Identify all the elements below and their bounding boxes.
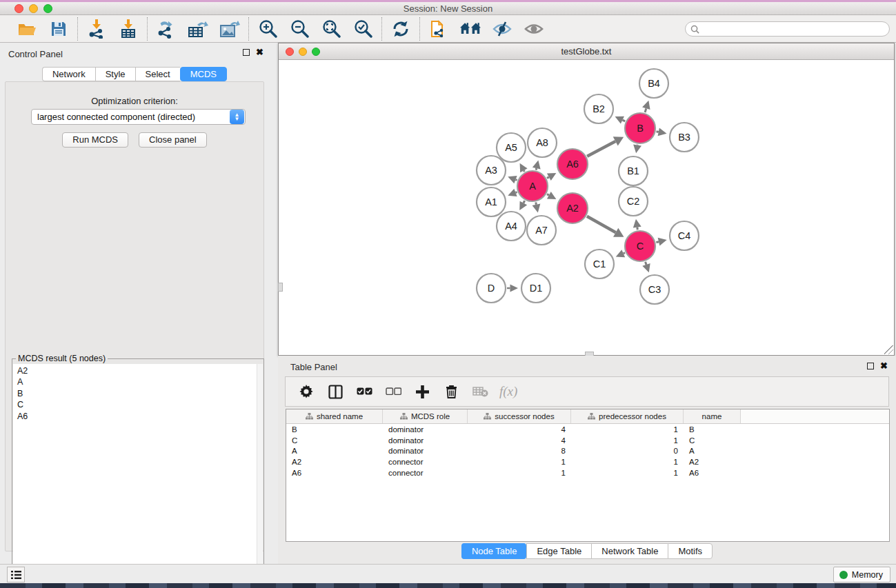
column-header-name[interactable]: name: [684, 409, 741, 423]
network-node-C4[interactable]: C4: [670, 221, 699, 250]
zoom-selected-icon[interactable]: [352, 19, 373, 39]
tab-mcds[interactable]: MCDS: [180, 67, 227, 81]
float-panel-icon[interactable]: [243, 49, 250, 56]
tab-motifs[interactable]: Motifs: [668, 543, 713, 559]
table-row[interactable]: A6connector11A6: [286, 467, 889, 478]
table-row[interactable]: A2connector11A2: [286, 456, 889, 467]
home-icon[interactable]: [460, 19, 481, 39]
table-cell[interactable]: dominator: [383, 447, 468, 455]
export-table-icon[interactable]: [188, 19, 208, 39]
show-eye-icon[interactable]: [524, 19, 544, 39]
refresh-icon[interactable]: [390, 19, 411, 39]
network-node-C3[interactable]: C3: [640, 275, 669, 304]
network-node-A[interactable]: A: [517, 171, 548, 201]
close-window-button[interactable]: [14, 4, 23, 13]
run-mcds-button[interactable]: Run MCDS: [62, 132, 128, 148]
minimize-window-button[interactable]: [29, 4, 38, 13]
mcds-result-item[interactable]: A6: [17, 411, 257, 422]
network-node-B1[interactable]: B1: [619, 156, 648, 185]
mcds-result-item[interactable]: C: [17, 399, 257, 410]
mcds-result-list[interactable]: A2ABCA6: [13, 364, 257, 588]
network-node-C2[interactable]: C2: [619, 187, 648, 216]
mcds-result-item[interactable]: B: [17, 388, 257, 399]
optimization-criterion-dropdown[interactable]: largest connected component (directed) ▲…: [31, 109, 246, 125]
network-edge-B-B3[interactable]: [657, 132, 659, 132]
table-cell[interactable]: 1: [571, 469, 684, 477]
network-edge-C-C4[interactable]: [656, 242, 659, 243]
network-edge-A-A7[interactable]: [536, 203, 537, 205]
deselect-all-icon[interactable]: [384, 382, 403, 401]
network-node-B2[interactable]: B2: [584, 94, 613, 123]
table-cell[interactable]: 4: [468, 436, 571, 445]
network-edge-C-C1[interactable]: [624, 253, 625, 254]
import-table-icon[interactable]: [118, 19, 139, 39]
delete-column-icon[interactable]: [441, 382, 461, 401]
table-cell[interactable]: A: [286, 447, 383, 455]
zoom-fit-icon[interactable]: [321, 19, 341, 39]
network-edge-A-A5[interactable]: [524, 170, 524, 172]
tab-network[interactable]: Network: [42, 67, 95, 81]
table-row[interactable]: Bdominator41B: [286, 424, 889, 435]
network-edge-A-A4[interactable]: [524, 201, 525, 203]
network-close-button[interactable]: [286, 48, 294, 56]
resize-grip-icon[interactable]: [884, 345, 893, 354]
network-node-C[interactable]: C: [625, 231, 655, 261]
table-cell[interactable]: 0: [571, 447, 684, 455]
export-image-icon[interactable]: [219, 19, 240, 39]
network-node-C1[interactable]: C1: [585, 250, 614, 278]
network-node-B3[interactable]: B3: [670, 123, 699, 152]
tab-style[interactable]: Style: [95, 67, 135, 81]
close-table-panel-icon[interactable]: ✖: [880, 363, 888, 369]
table-cell[interactable]: 1: [468, 469, 571, 477]
column-selector-icon[interactable]: [326, 382, 345, 401]
table-cell[interactable]: C: [286, 436, 383, 445]
maximize-window-button[interactable]: [43, 4, 52, 13]
column-header-successor-nodes[interactable]: successor nodes: [468, 409, 571, 423]
column-header-predecessor-nodes[interactable]: predecessor nodes: [571, 409, 684, 423]
network-edge-A-A8[interactable]: [536, 168, 537, 170]
network-node-A7[interactable]: A7: [527, 216, 556, 245]
search-input[interactable]: [702, 24, 889, 34]
network-minimize-button[interactable]: [299, 48, 307, 56]
network-edge-A-A1[interactable]: [515, 192, 517, 193]
import-network-icon[interactable]: [86, 19, 107, 39]
hide-eye-icon[interactable]: [492, 19, 512, 39]
save-session-icon[interactable]: [48, 19, 69, 39]
network-node-A8[interactable]: A8: [528, 128, 557, 157]
delete-table-icon[interactable]: [470, 382, 490, 401]
network-edge-A6-B[interactable]: [587, 141, 615, 156]
network-node-A5[interactable]: A5: [497, 133, 526, 162]
network-node-A6[interactable]: A6: [557, 149, 588, 179]
mcds-result-item[interactable]: A2: [17, 365, 257, 376]
network-edge-B-B2[interactable]: [622, 120, 625, 121]
network-maximize-button[interactable]: [312, 48, 320, 56]
table-row[interactable]: Adominator80A: [286, 446, 889, 457]
network-node-B[interactable]: B: [625, 113, 655, 143]
tab-select[interactable]: Select: [135, 67, 180, 81]
table-cell[interactable]: A6: [286, 469, 383, 477]
table-cell[interactable]: A2: [684, 458, 741, 466]
gear-icon[interactable]: [297, 382, 316, 401]
network-canvas[interactable]: B4B2BB3A5A8A6A3B1AA1C2A2A4A7C4CC1DD1C3: [279, 60, 894, 355]
task-history-button[interactable]: [7, 567, 25, 582]
close-panel-icon[interactable]: ✖: [256, 49, 263, 56]
network-edge-C-C2[interactable]: [637, 227, 638, 230]
left-splitter-handle[interactable]: [278, 283, 283, 292]
table-cell[interactable]: connector: [383, 469, 468, 477]
table-cell[interactable]: 4: [468, 425, 571, 434]
mcds-result-item[interactable]: A: [17, 376, 257, 387]
zoom-out-icon[interactable]: [289, 19, 310, 39]
network-edge-A-A3[interactable]: [515, 180, 517, 181]
table-cell[interactable]: 1: [571, 458, 684, 466]
function-builder-icon[interactable]: f(x): [499, 384, 517, 399]
table-cell[interactable]: 8: [468, 447, 571, 455]
network-node-A2[interactable]: A2: [557, 193, 588, 223]
column-header-shared-name[interactable]: shared name: [286, 409, 383, 423]
export-network-icon[interactable]: [156, 19, 177, 39]
table-cell[interactable]: C: [684, 436, 741, 445]
tab-edge-table[interactable]: Edge Table: [526, 543, 591, 559]
table-cell[interactable]: 1: [571, 425, 684, 434]
open-session-icon[interactable]: [17, 19, 37, 39]
network-node-D[interactable]: D: [477, 274, 506, 303]
tab-network-table[interactable]: Network Table: [591, 543, 668, 559]
